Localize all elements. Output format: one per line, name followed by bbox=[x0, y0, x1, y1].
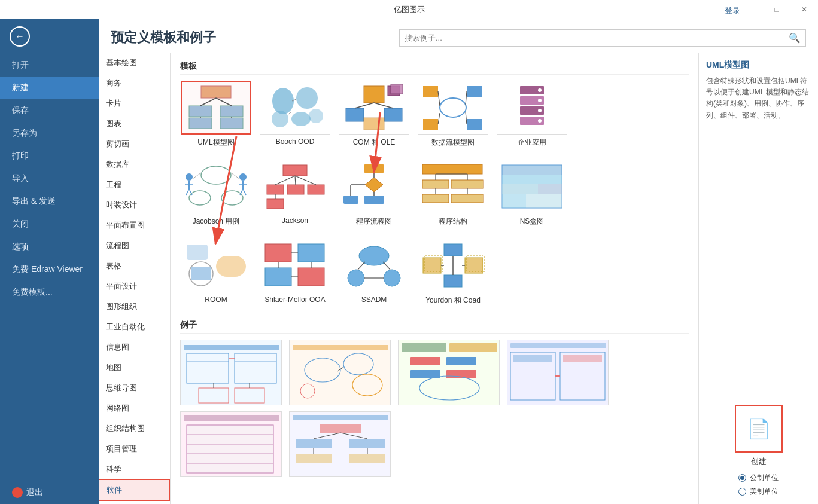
close-button[interactable]: ✕ bbox=[790, 0, 818, 19]
sidebar-item-viewer[interactable]: 免费 Edraw Viewer bbox=[0, 258, 99, 281]
right-panel: UML模型图 包含特殊形状和设置包括UML符号以便于创建UML 模型和静态结构(… bbox=[698, 53, 818, 504]
minimize-button[interactable]: — bbox=[735, 0, 763, 19]
template-room[interactable]: ROOM bbox=[180, 239, 252, 306]
template-enterprise[interactable]: 企业应用 bbox=[496, 81, 568, 148]
template-grid-row2: Jacobson 用例 bbox=[180, 160, 689, 227]
svg-rect-24 bbox=[423, 86, 438, 97]
svg-rect-1 bbox=[189, 106, 212, 117]
template-dataflow[interactable]: 数据流模型图 bbox=[417, 81, 489, 148]
file-icon: 📄 bbox=[747, 417, 771, 440]
category-infographic[interactable]: 图形组织 bbox=[99, 297, 170, 317]
category-fashion[interactable]: 时装设计 bbox=[99, 195, 170, 215]
sidebar-item-save[interactable]: 保存 bbox=[0, 99, 99, 122]
category-map[interactable]: 地图 bbox=[99, 358, 170, 378]
svg-rect-120 bbox=[184, 345, 279, 350]
svg-point-9 bbox=[272, 88, 294, 114]
example-5[interactable] bbox=[180, 411, 282, 477]
unit-public[interactable]: 公制单位 bbox=[738, 473, 779, 483]
category-wireframe[interactable]: 线框图 bbox=[99, 501, 170, 504]
category-chart[interactable]: 图表 bbox=[99, 114, 170, 134]
category-flatdesign[interactable]: 平面设计 bbox=[99, 276, 170, 297]
search-input[interactable] bbox=[405, 33, 789, 42]
template-name-com: COM 和 OLE bbox=[353, 138, 396, 148]
sidebar-item-saveas[interactable]: 另存为 bbox=[0, 122, 99, 145]
svg-rect-84 bbox=[502, 165, 562, 175]
sidebar-menu: 打开 新建 保存 另存为 打印 导入 导出 & 发送 关闭 选项 免费 Edra… bbox=[0, 54, 99, 504]
example-3[interactable] bbox=[398, 340, 500, 405]
category-project[interactable]: 项目管理 bbox=[99, 439, 170, 459]
svg-line-15 bbox=[288, 112, 291, 114]
svg-rect-114 bbox=[444, 275, 462, 287]
template-header: 预定义模板和例子 🔍 bbox=[99, 19, 818, 53]
example-4[interactable] bbox=[507, 340, 609, 405]
svg-marker-66 bbox=[365, 178, 383, 192]
svg-rect-89 bbox=[526, 194, 562, 208]
example-1[interactable] bbox=[180, 340, 282, 405]
template-uml[interactable]: UML模型图 bbox=[180, 81, 252, 148]
category-card[interactable]: 卡片 bbox=[99, 93, 170, 114]
unit-us[interactable]: 美制单位 bbox=[738, 487, 779, 497]
svg-rect-162 bbox=[296, 439, 332, 448]
template-shlaer[interactable]: Shlaer-Mellor OOA bbox=[259, 239, 331, 306]
svg-point-42 bbox=[189, 191, 211, 205]
sidebar-item-options[interactable]: 选项 bbox=[0, 236, 99, 258]
category-flowchart[interactable]: 流程图 bbox=[99, 236, 170, 256]
svg-rect-85 bbox=[502, 175, 562, 184]
sidebar-item-import[interactable]: 导入 bbox=[0, 167, 99, 190]
radio-public[interactable] bbox=[738, 474, 746, 482]
sidebar-item-export[interactable]: 导出 & 发送 bbox=[0, 190, 99, 213]
category-network[interactable]: 网络图 bbox=[99, 398, 170, 419]
category-basic[interactable]: 基本绘图 bbox=[99, 53, 170, 73]
back-icon: ← bbox=[15, 31, 25, 42]
svg-point-12 bbox=[291, 112, 311, 126]
page-title: 预定义模板和例子 bbox=[111, 29, 216, 47]
category-industrial[interactable]: 工业自动化 bbox=[99, 317, 170, 337]
sidebar-item-open[interactable]: 打开 bbox=[0, 54, 99, 77]
svg-rect-145 bbox=[507, 340, 609, 405]
svg-rect-25 bbox=[423, 119, 438, 130]
template-thumb-booch bbox=[260, 81, 330, 135]
template-ssadm[interactable]: SSADM bbox=[338, 239, 410, 306]
category-storyboard[interactable]: 剪切画 bbox=[99, 134, 170, 154]
radio-us[interactable] bbox=[738, 488, 746, 496]
maximize-button[interactable]: □ bbox=[763, 0, 790, 19]
svg-point-10 bbox=[296, 87, 318, 109]
template-yourdon[interactable]: Yourdon 和 Coad bbox=[417, 239, 489, 306]
svg-point-105 bbox=[384, 270, 400, 286]
example-2[interactable] bbox=[289, 340, 391, 405]
category-mindmap[interactable]: 思维导图 bbox=[99, 378, 170, 398]
category-orgchart[interactable]: 组织结构图 bbox=[99, 419, 170, 439]
sidebar-item-exit[interactable]: − 退出 bbox=[0, 481, 99, 504]
svg-rect-150 bbox=[563, 355, 602, 362]
sidebar-item-close[interactable]: 关闭 bbox=[0, 213, 99, 236]
sidebar-item-print[interactable]: 打印 bbox=[0, 145, 99, 167]
category-database[interactable]: 数据库 bbox=[99, 154, 170, 175]
template-jackson[interactable]: Jackson bbox=[259, 160, 331, 227]
svg-rect-94 bbox=[187, 245, 208, 260]
category-science[interactable]: 科学 bbox=[99, 459, 170, 479]
template-name-room: ROOM bbox=[205, 295, 227, 304]
back-button[interactable]: ← bbox=[10, 26, 30, 47]
category-business[interactable]: 商务 bbox=[99, 73, 170, 93]
template-progstruct[interactable]: 程序结构 bbox=[417, 160, 489, 227]
template-ns[interactable]: NS盒图 bbox=[496, 160, 568, 227]
category-list: 基本绘图 商务 卡片 图表 剪切画 数据库 工程 时装设计 平面布置图 流程图 … bbox=[99, 53, 171, 504]
create-button[interactable]: 📄 bbox=[735, 405, 783, 453]
template-jacobson[interactable]: Jacobson 用例 bbox=[180, 160, 252, 227]
search-icon[interactable]: 🔍 bbox=[789, 32, 801, 44]
svg-rect-59 bbox=[308, 185, 324, 194]
category-engineering[interactable]: 工程 bbox=[99, 175, 170, 195]
template-booch[interactable]: Booch OOD bbox=[259, 81, 331, 148]
sidebar: ← 打开 新建 保存 另存为 打印 导入 导出 & 发送 关闭 选项 免费 Ed… bbox=[0, 19, 99, 504]
svg-point-13 bbox=[309, 109, 323, 123]
sidebar-item-new[interactable]: 新建 bbox=[0, 77, 99, 99]
category-info[interactable]: 信息图 bbox=[99, 337, 170, 358]
template-progflow[interactable]: 程序流程图 bbox=[338, 160, 410, 227]
titlebar: 登录 亿图图示 — □ ✕ bbox=[0, 0, 818, 19]
category-software[interactable]: 软件 bbox=[99, 479, 170, 501]
template-com[interactable]: COM 和 OLE bbox=[338, 81, 410, 148]
sidebar-item-freetemplate[interactable]: 免费模板... bbox=[0, 281, 99, 304]
category-floorplan[interactable]: 平面布置图 bbox=[99, 215, 170, 236]
category-table[interactable]: 表格 bbox=[99, 256, 170, 276]
example-6[interactable] bbox=[289, 411, 391, 477]
